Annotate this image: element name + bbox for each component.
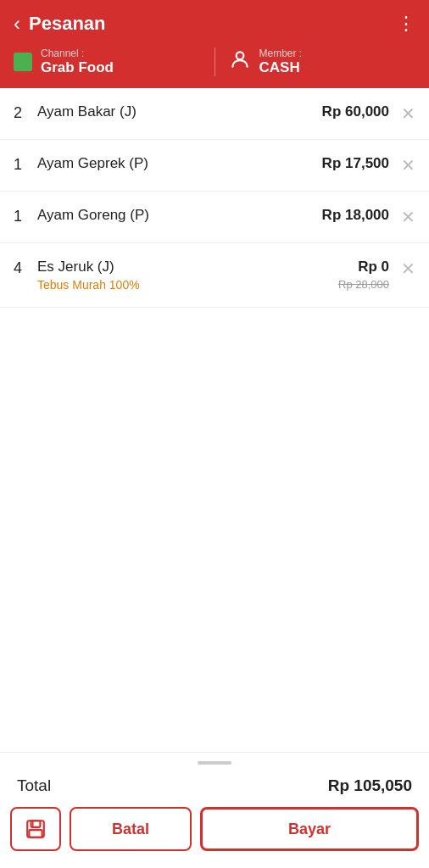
vertical-divider [214,47,215,76]
save-icon [25,818,47,840]
drag-handle-area [0,753,429,768]
total-row: Total Rp 105,050 [0,768,429,807]
action-buttons: Batal Bayar [0,807,429,868]
order-name: Ayam Goreng (P) [37,207,322,224]
bayar-button[interactable]: Bayar [200,807,419,851]
member-label: Member : [259,47,303,59]
svg-point-0 [236,52,243,59]
channel-text: Channel : Grab Food [41,47,114,76]
order-price-col: Rp 60,000 [322,103,389,120]
order-name-col: Ayam Geprek (P) [37,155,322,172]
footer: Total Rp 105,050 Batal Bayar [0,752,429,868]
member-value: CASH [259,59,303,76]
order-remove-button[interactable]: ✕ [401,207,415,227]
order-list: 2 Ayam Bakar (J) Rp 60,000 ✕ 1 Ayam Gepr… [0,88,429,530]
order-item: 1 Ayam Goreng (P) Rp 18,000 ✕ [0,192,429,243]
order-item: 1 Ayam Geprek (P) Rp 17,500 ✕ [0,140,429,192]
order-name: Ayam Geprek (P) [37,155,322,172]
order-name-col: Ayam Goreng (P) [37,207,322,224]
order-price: Rp 0 [358,259,389,275]
more-options-button[interactable]: ⋮ [397,13,415,35]
order-name-col: Ayam Bakar (J) [37,103,322,120]
channel-value: Grab Food [41,59,114,76]
order-qty: 4 [14,259,37,277]
order-orig-price: Rp 28,000 [338,278,389,291]
order-price-col: Rp 18,000 [322,207,389,224]
drag-bar [198,761,231,765]
page-title: Pesanan [29,13,397,35]
member-section: Member : CASH [229,47,416,76]
order-name: Ayam Bakar (J) [37,103,322,120]
batal-button[interactable]: Batal [70,807,192,851]
order-name: Es Jeruk (J) [37,259,338,275]
total-value: Rp 105,050 [328,776,412,795]
order-price-col: Rp 17,500 [322,155,389,172]
total-label: Total [17,776,51,795]
order-price-col: Rp 0 Rp 28,000 [338,259,389,291]
order-name-col: Es Jeruk (J) Tebus Murah 100% [37,259,338,292]
member-icon [229,48,251,75]
channel-section: Channel : Grab Food [14,47,201,76]
member-text: Member : CASH [259,47,303,76]
back-button[interactable]: ‹ [14,12,20,36]
order-qty: 1 [14,208,37,225]
order-remove-button[interactable]: ✕ [401,103,415,124]
order-price: Rp 60,000 [322,103,389,120]
order-price: Rp 17,500 [322,155,389,172]
order-item: 2 Ayam Bakar (J) Rp 60,000 ✕ [0,88,429,140]
header: ‹ Pesanan ⋮ Channel : Grab Food Member :… [0,0,429,88]
order-remove-button[interactable]: ✕ [401,259,415,279]
channel-indicator [14,53,32,71]
order-qty: 2 [14,104,37,122]
header-top: ‹ Pesanan ⋮ [14,12,415,47]
order-item: 4 Es Jeruk (J) Tebus Murah 100% Rp 0 Rp … [0,243,429,308]
order-promo: Tebus Murah 100% [37,278,338,292]
channel-member-bar: Channel : Grab Food Member : CASH [14,47,415,88]
channel-label: Channel : [41,47,114,59]
svg-rect-3 [29,830,42,837]
spacer [0,530,429,752]
order-price: Rp 18,000 [322,207,389,224]
save-button[interactable] [10,807,61,851]
order-qty: 1 [14,156,37,174]
order-remove-button[interactable]: ✕ [401,155,415,175]
